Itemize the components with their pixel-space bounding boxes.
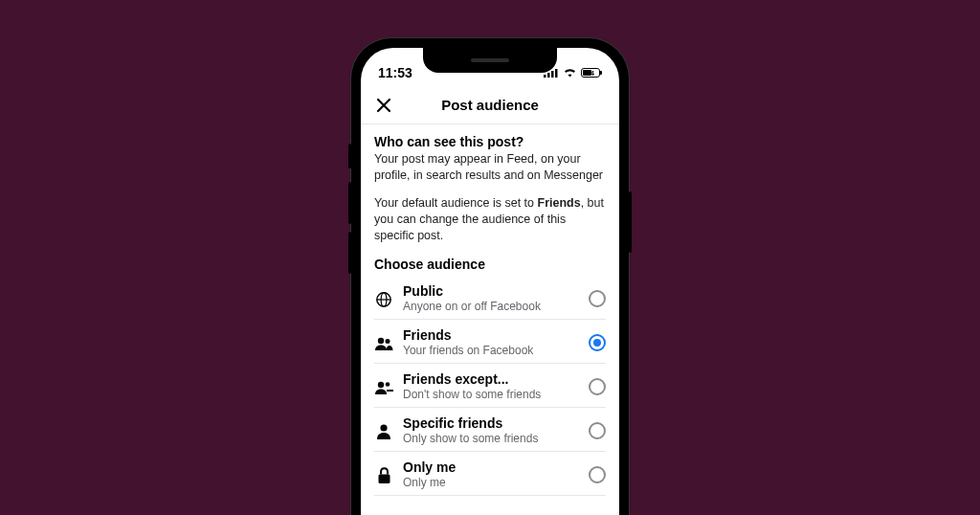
- mute-switch: [348, 144, 351, 168]
- phone-notch: [423, 48, 557, 73]
- svg-rect-13: [378, 474, 390, 483]
- option-desc: Only show to some friends: [403, 432, 579, 445]
- volume-down: [348, 232, 351, 274]
- close-button[interactable]: [372, 94, 395, 117]
- audience-option[interactable]: Specific friendsOnly show to some friend…: [374, 408, 606, 452]
- option-label: Friends: [403, 327, 579, 343]
- option-label: Public: [403, 283, 579, 299]
- intro-line-2: Your default audience is set to Friends,…: [374, 195, 606, 244]
- option-label: Specific friends: [403, 415, 579, 431]
- option-desc: Your friends on Facebook: [403, 344, 579, 357]
- audience-option[interactable]: Friends except...Don't show to some frie…: [374, 364, 606, 408]
- option-radio[interactable]: [589, 422, 606, 439]
- svg-rect-11: [387, 390, 393, 392]
- friends-icon: [374, 334, 393, 351]
- wifi-icon: [563, 65, 577, 80]
- intro-question: Who can see this post?: [374, 134, 606, 149]
- person-icon: [374, 421, 393, 440]
- modal-header: Post audience: [361, 86, 619, 124]
- svg-rect-1: [547, 73, 550, 78]
- option-desc: Anyone on or off Facebook: [403, 300, 579, 313]
- modal-title: Post audience: [361, 97, 619, 113]
- option-desc: Only me: [403, 476, 579, 489]
- phone-frame: 11:53 54 Post audience Who can see t: [351, 38, 629, 515]
- audience-options-list: PublicAnyone on or off FacebookFriendsYo…: [374, 276, 606, 496]
- svg-rect-2: [551, 71, 554, 78]
- audience-option[interactable]: Only meOnly me: [374, 452, 606, 496]
- svg-point-9: [378, 382, 384, 388]
- svg-point-12: [380, 424, 387, 431]
- choose-audience-label: Choose audience: [374, 257, 606, 272]
- svg-point-10: [386, 382, 390, 387]
- svg-point-8: [386, 339, 390, 344]
- option-radio[interactable]: [589, 334, 606, 351]
- svg-rect-0: [544, 75, 546, 78]
- option-desc: Don't show to some friends: [403, 388, 579, 401]
- power-button: [629, 191, 632, 253]
- audience-option[interactable]: PublicAnyone on or off Facebook: [374, 276, 606, 320]
- option-label: Only me: [403, 459, 579, 475]
- battery-icon: 54: [581, 68, 602, 78]
- phone-screen: 11:53 54 Post audience Who can see t: [361, 48, 619, 515]
- status-time: 11:53: [378, 65, 412, 80]
- globe-icon: [374, 289, 393, 308]
- option-radio[interactable]: [589, 466, 606, 483]
- option-radio[interactable]: [589, 378, 606, 395]
- option-label: Friends except...: [403, 371, 579, 387]
- modal-content: Who can see this post? Your post may app…: [361, 124, 619, 496]
- lock-icon: [374, 465, 393, 484]
- friends-minus-icon: [374, 378, 393, 395]
- svg-point-7: [378, 338, 384, 344]
- intro-line-1: Your post may appear in Feed, on your pr…: [374, 151, 606, 184]
- option-radio[interactable]: [589, 290, 606, 307]
- svg-rect-3: [555, 69, 558, 78]
- close-icon: [375, 97, 392, 114]
- audience-option[interactable]: FriendsYour friends on Facebook: [374, 320, 606, 364]
- volume-up: [348, 182, 351, 224]
